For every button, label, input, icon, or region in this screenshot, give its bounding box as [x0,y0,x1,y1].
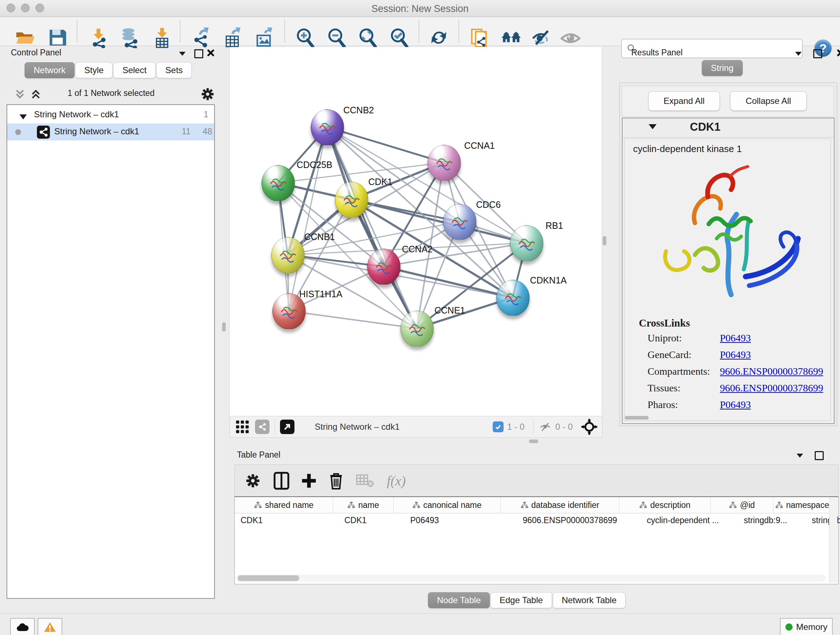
memory-button[interactable]: Memory [780,618,833,635]
crosslink-row: Pharos:P06493 [647,399,829,410]
zoom-in-icon[interactable] [295,27,316,48]
network-node-cdkn1a[interactable] [496,280,530,316]
column-header-shared-name[interactable]: shared name [235,497,333,513]
control-panel-close-icon[interactable] [207,49,215,57]
crosslink-row: Compartments:9606.ENSP00000378699 [647,366,829,377]
column-header-description[interactable]: description [619,497,711,513]
zoom-selected-icon[interactable] [389,27,410,48]
network-node-ccne1[interactable] [401,310,434,347]
tab-network[interactable]: Network [25,62,74,78]
crosslink-link[interactable]: P06493 [720,399,751,410]
column-header-id[interactable]: @id [711,497,774,513]
table-cell[interactable]: 9606.ENSP00000378699 [517,513,641,527]
toolbar-separator [284,20,285,42]
birds-eye-navigator-icon[interactable] [581,418,598,435]
network-node-ccnb2[interactable] [311,109,344,146]
column-header-canonical-name[interactable]: canonical name [393,497,501,513]
network-tree-network-row[interactable]: String Network – cdk1 11 48 [7,124,214,141]
table-options-gear-icon[interactable] [244,472,262,489]
tab-network-table[interactable]: Network Table [553,592,626,608]
crosslink-link[interactable]: P06493 [720,333,751,344]
table-cell[interactable]: cyclin-dependent ... [641,513,738,527]
apply-layout-icon[interactable] [428,27,449,48]
splitter-handle[interactable] [603,236,606,245]
table-panel-float-icon[interactable] [815,451,824,460]
tab-edge-table[interactable]: Edge Table [491,592,552,608]
network-options-gear-icon[interactable] [200,86,216,102]
table-panel-menu-icon[interactable] [797,453,803,459]
zoom-out-icon[interactable] [326,27,347,48]
export-network-icon[interactable] [191,27,212,48]
open-session-icon[interactable] [14,27,35,48]
table-cell[interactable]: P06493 [404,513,517,527]
gene-description: cyclin-dependent kinase 1 [633,143,742,155]
control-panel-tabs: NetworkStyleSelectSets [25,62,193,78]
open-in-new-window-icon[interactable] [280,420,294,434]
splitter-handle[interactable] [222,322,226,332]
splitter-handle[interactable] [529,440,538,443]
tab-node-table[interactable]: Node Table [428,592,490,608]
network-node-rb1[interactable] [510,225,543,261]
tab-select[interactable]: Select [113,62,156,78]
collapse-arrow-icon[interactable] [19,111,27,122]
column-header-name[interactable]: name [333,497,393,513]
warnings-button[interactable] [38,618,62,635]
table-horizontal-scrollbar[interactable] [236,575,826,582]
control-panel-menu-icon[interactable] [179,51,186,57]
hidden-count: 0 - 0 [555,422,573,432]
results-hscroll-thumb[interactable] [625,416,649,420]
table-row[interactable]: CDK1CDK1P064939606.ENSP00000378699cyclin… [235,513,829,527]
string-view-icon[interactable] [255,420,270,434]
selected-checkbox-icon[interactable] [493,421,504,432]
crosslink-label: Uniprot: [647,333,720,344]
export-image-icon[interactable] [254,27,275,48]
grid-view-icon[interactable] [235,419,250,434]
table-cell[interactable]: CDK1 [235,513,339,527]
hide-selected-icon[interactable] [531,27,553,48]
results-panel-float-icon[interactable] [813,49,822,58]
node-count: 11 [182,126,191,136]
network-canvas[interactable]: CCNB2CCNA1CDC25BCDK1CDC6RB1CCNB1CCNA2CDK… [229,47,602,416]
network-node-cdc6[interactable] [443,204,477,240]
show-columns-icon[interactable] [273,471,290,490]
network-tree-root-row[interactable]: String Network – cdk1 1 [7,106,214,124]
network-node-cdc25b[interactable] [262,165,295,201]
tab-sets[interactable]: Sets [156,62,192,78]
tab-string[interactable]: String [702,60,743,76]
gene-section-header[interactable]: CDK1 [622,119,834,138]
network-node-ccna2[interactable] [367,249,401,285]
results-panel-menu-icon[interactable] [795,51,802,57]
function-builder-icon: f(x) [387,473,406,489]
import-network-file-icon[interactable] [88,27,109,48]
section-collapse-icon[interactable] [649,124,657,131]
network-node-cdk1[interactable] [335,182,368,218]
table-vertical-scrollbar[interactable] [829,497,837,583]
crosslink-row: Tissues:9606.ENSP00000378699 [647,382,829,394]
crosslink-link[interactable]: P06493 [720,349,751,360]
column-header-database-identifier[interactable]: database identifier [501,497,619,513]
network-view-toolbar: String Network – cdk1 1 - 0 0 - 0 [229,416,603,438]
collapse-all-button[interactable]: Collapse All [730,91,807,111]
create-column-icon[interactable] [301,472,317,489]
crosslink-link[interactable]: 9606.ENSP00000378699 [720,366,823,377]
import-table-file-icon[interactable] [151,27,172,48]
cloud-button[interactable] [10,618,35,635]
table-cell[interactable]: CDK1 [339,513,404,527]
import-network-database-icon[interactable] [118,27,140,48]
network-node-ccnb1[interactable] [271,237,305,273]
crosslink-link[interactable]: 9606.ENSP00000378699 [720,382,823,394]
save-session-icon[interactable] [47,27,68,48]
network-selected-status: 1 of 1 Network selected [9,88,213,98]
fit-content-icon[interactable] [357,27,378,48]
welcome-screen-icon[interactable] [501,27,522,48]
duplicate-network-icon[interactable] [470,27,491,48]
results-panel-close-icon[interactable] [836,49,840,57]
network-node-ccna1[interactable] [428,145,461,181]
column-header-namespace[interactable]: namespace [774,497,831,513]
table-cell[interactable]: stringdb:9... [738,513,806,527]
control-panel-float-icon[interactable] [194,49,203,58]
export-table-icon[interactable] [223,27,243,48]
expand-all-button[interactable]: Expand All [648,91,720,111]
delete-column-icon[interactable] [328,471,344,490]
tab-style[interactable]: Style [75,62,112,78]
